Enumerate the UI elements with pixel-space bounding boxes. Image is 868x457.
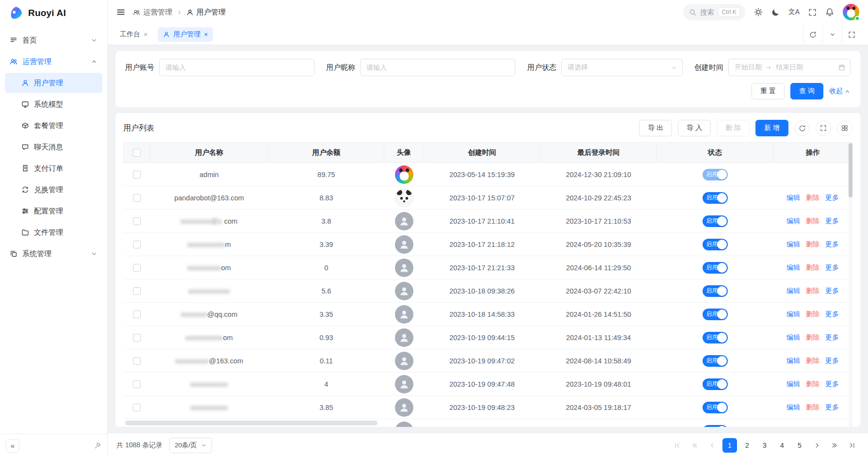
more-link[interactable]: 更多 — [825, 194, 839, 202]
delete-link[interactable]: 删除 — [806, 357, 819, 365]
more-link[interactable]: 更多 — [825, 357, 839, 365]
edit-link[interactable]: 编辑 — [786, 426, 800, 427]
more-link[interactable]: 更多 — [825, 263, 839, 272]
edit-link[interactable]: 编辑 — [786, 403, 800, 412]
sidebar-item-system-management[interactable]: 系统管理 — [5, 244, 102, 264]
sidebar-item-chat-messages[interactable]: 聊天消息 — [5, 137, 102, 157]
row-checkbox[interactable] — [133, 357, 141, 365]
app-logo[interactable]: Ruoyi AI — [0, 0, 107, 26]
horizontal-scrollbar-thumb[interactable] — [125, 421, 377, 425]
date-range-picker[interactable]: 开始日期 结束日期 — [728, 59, 851, 76]
status-toggle[interactable]: 启用 — [703, 355, 728, 367]
sidebar-item-config-management[interactable]: 配置管理 — [5, 201, 102, 221]
row-checkbox[interactable] — [133, 334, 141, 342]
breadcrumb-item-user-management[interactable]: 用户管理 — [186, 8, 226, 17]
sidebar-collapse-button[interactable]: « — [6, 439, 19, 453]
status-toggle[interactable]: 启用 — [703, 285, 728, 297]
row-checkbox[interactable] — [133, 380, 141, 388]
edit-link[interactable]: 编辑 — [786, 310, 800, 319]
more-link[interactable]: 更多 — [825, 240, 839, 249]
delete-link[interactable]: 删除 — [806, 403, 819, 412]
status-toggle[interactable]: 启用 — [703, 378, 728, 390]
row-checkbox[interactable] — [133, 310, 141, 318]
delete-link[interactable]: 删除 — [806, 217, 819, 226]
delete-link[interactable]: 删除 — [806, 263, 819, 272]
page-button-4[interactable]: 4 — [775, 438, 789, 453]
edit-link[interactable]: 编辑 — [786, 194, 800, 202]
row-checkbox[interactable] — [133, 264, 141, 272]
hamburger-menu-icon[interactable] — [116, 8, 125, 16]
table-fullscreen-button[interactable] — [816, 120, 831, 136]
edit-link[interactable]: 编辑 — [786, 333, 800, 342]
page-size-select[interactable]: 20条/页 — [169, 438, 212, 453]
more-link[interactable]: 更多 — [825, 310, 839, 319]
close-icon[interactable]: × — [204, 31, 208, 38]
tab-fullscreen-button[interactable] — [842, 24, 861, 45]
tab-workbench[interactable]: 工作台 × — [115, 27, 153, 42]
page-button-2[interactable]: 2 — [740, 438, 754, 453]
more-link[interactable]: 更多 — [825, 217, 839, 226]
status-toggle[interactable]: 启用 — [703, 215, 728, 227]
row-checkbox[interactable] — [133, 194, 141, 202]
edit-link[interactable]: 编辑 — [786, 357, 800, 365]
fullscreen-button[interactable] — [808, 8, 817, 16]
user-avatar-menu[interactable] — [843, 4, 859, 20]
prev-10-pages-button[interactable] — [688, 438, 702, 453]
export-button[interactable]: 导 出 — [639, 120, 672, 136]
notifications-button[interactable] — [825, 8, 834, 16]
reset-button[interactable]: 重 置 — [752, 83, 785, 99]
close-icon[interactable]: × — [144, 31, 147, 38]
column-settings-button[interactable] — [837, 120, 852, 136]
global-search[interactable]: 搜索 Ctrl K — [683, 4, 745, 20]
status-toggle[interactable]: 启用 — [703, 262, 728, 274]
delete-link[interactable]: 删除 — [806, 240, 819, 249]
row-checkbox[interactable] — [133, 404, 141, 411]
page-button-5[interactable]: 5 — [792, 438, 807, 453]
row-checkbox[interactable] — [133, 217, 141, 225]
sidebar-item-payment-orders[interactable]: 支付订单 — [5, 158, 102, 179]
nickname-input[interactable] — [360, 59, 515, 76]
more-link[interactable]: 更多 — [825, 380, 839, 389]
prev-page-button[interactable] — [705, 438, 720, 453]
edit-link[interactable]: 编辑 — [786, 240, 800, 249]
status-toggle[interactable]: 启用 — [703, 402, 728, 413]
delete-link[interactable]: 删除 — [806, 333, 819, 342]
tab-refresh-button[interactable] — [803, 24, 822, 45]
select-all-checkbox[interactable] — [133, 149, 141, 157]
tab-menu-button[interactable] — [822, 24, 842, 45]
tab-user-management[interactable]: 用户管理 × — [158, 27, 213, 42]
collapse-filters-link[interactable]: 收起 — [829, 87, 851, 96]
sidebar-item-user-management[interactable]: 用户管理 — [5, 73, 102, 93]
settings-button[interactable] — [754, 8, 763, 16]
row-checkbox[interactable] — [133, 171, 141, 179]
first-page-button[interactable] — [670, 438, 685, 453]
page-button-3[interactable]: 3 — [757, 438, 772, 453]
sidebar-item-file-management[interactable]: 文件管理 — [5, 222, 102, 243]
sidebar-item-operations[interactable]: 运营管理 — [5, 51, 102, 72]
delete-link[interactable]: 删除 — [806, 426, 819, 427]
delete-link[interactable]: 删除 — [806, 310, 819, 319]
sidebar-item-package-management[interactable]: 套餐管理 — [5, 115, 102, 136]
delete-button[interactable]: 删 除 — [717, 120, 750, 136]
last-page-button[interactable] — [845, 438, 859, 453]
status-toggle[interactable]: 启用 — [703, 425, 728, 427]
delete-link[interactable]: 删除 — [806, 287, 819, 295]
search-button[interactable]: 查 询 — [790, 83, 823, 99]
status-select[interactable]: 请选择 — [561, 59, 683, 76]
row-checkbox[interactable] — [133, 287, 141, 295]
edit-link[interactable]: 编辑 — [786, 263, 800, 272]
status-toggle[interactable]: 启用 — [703, 309, 728, 320]
edit-link[interactable]: 编辑 — [786, 217, 800, 226]
table-refresh-button[interactable] — [794, 120, 810, 136]
edit-link[interactable]: 编辑 — [786, 287, 800, 295]
sidebar-item-home[interactable]: 首页 — [5, 30, 102, 50]
more-link[interactable]: 更多 — [825, 403, 839, 412]
dark-mode-button[interactable] — [771, 8, 780, 16]
translate-icon[interactable]: 文A — [788, 8, 800, 16]
breadcrumb-item-operations[interactable]: 运营管理 — [133, 8, 172, 17]
more-link[interactable]: 更多 — [825, 287, 839, 295]
page-button-1[interactable]: 1 — [722, 438, 737, 453]
delete-link[interactable]: 删除 — [806, 194, 819, 202]
status-toggle[interactable]: 启用 — [703, 332, 728, 343]
sidebar-item-system-model[interactable]: 系统模型 — [5, 94, 102, 114]
